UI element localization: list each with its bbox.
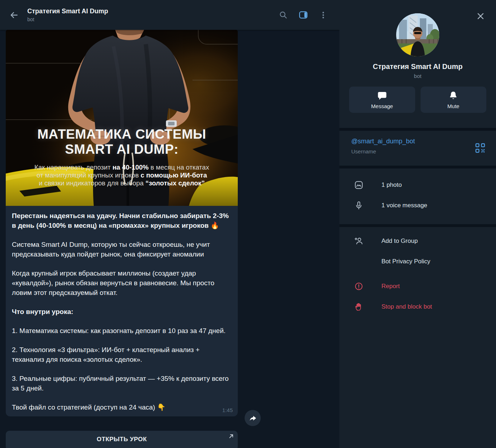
bell-icon [448, 91, 458, 101]
qr-code-button[interactable] [474, 142, 486, 154]
message-paragraph: Когда крупный игрок вбрасывает миллионы … [12, 268, 232, 297]
action-row-label: Stop and block bot [381, 303, 432, 310]
action-row-label: Bot Privacy Policy [381, 258, 430, 265]
forward-arrow-icon [249, 414, 257, 422]
promo-title: МАТЕМАТИКА СИСТЕМЫ SMART AI DUMP: [6, 127, 238, 157]
arrow-up-right-icon [228, 433, 234, 439]
message-paragraph: 2. Технология «3 фильтра»: ИИ-бот + клас… [12, 345, 232, 364]
promo-subtitle: Как наращивать депозит на 40-100% в меся… [6, 163, 238, 187]
telegram-app: МАТЕМАТИКА СИСТЕМЫ SMART AI DUMP: Как на… [0, 0, 496, 448]
back-button[interactable] [6, 8, 22, 23]
mute-button-label: Mute [448, 103, 459, 109]
action-row-label: Report [381, 283, 400, 290]
profile-quick-actions: Message Mute [349, 87, 486, 113]
open-lesson-button[interactable]: ОТКРЫТЬ УРОК [6, 431, 238, 448]
photo-icon [354, 180, 363, 190]
promo-title-line2: SMART AI DUMP: [6, 142, 238, 157]
profile-type: bot [339, 73, 496, 79]
menu-button[interactable] [316, 8, 331, 23]
chat-header: Стратегия Smart AI Dump bot [0, 0, 339, 30]
mute-button[interactable]: Mute [421, 87, 487, 113]
toggle-panel-button[interactable] [296, 8, 311, 23]
microphone-icon [354, 201, 363, 210]
message-photo[interactable]: МАТЕМАТИКА СИСТЕМЫ SMART AI DUMP: Как на… [6, 30, 238, 206]
action-row-label: Add to Group [381, 237, 418, 245]
message-paragraph: Твой файл со стратегией (доступ на 24 ча… [12, 402, 232, 412]
add-to-group-row[interactable]: Add to Group [339, 231, 496, 251]
chat-title: Стратегия Smart AI Dump [27, 8, 275, 15]
message-paragraph: Перестань надеяться на удачу. Начни стаб… [12, 211, 232, 230]
report-row[interactable]: Report [339, 276, 496, 296]
media-row-photos[interactable]: 1 photo [339, 175, 496, 195]
add-person-icon [354, 236, 363, 246]
shared-media-section: 1 photo 1 voice message [339, 168, 496, 224]
message-paragraph: Система Smart AI Dump, которую ты сейчас… [12, 240, 232, 259]
message-button[interactable]: Message [349, 87, 415, 113]
message-timestamp: 1:45 [222, 407, 233, 413]
message-bubble: Перестань надеяться на удачу. Начни стаб… [6, 206, 238, 416]
stop-and-block-row[interactable]: Stop and block bot [339, 296, 496, 317]
chat-area: МАТЕМАТИКА СИСТЕМЫ SMART AI DUMP: Как на… [0, 0, 339, 448]
no-icon-spacer [354, 257, 363, 266]
promo-title-line1: МАТЕМАТИКА СИСТЕМЫ [6, 127, 238, 142]
username-row[interactable]: @smart_ai_dump_bot Username [339, 131, 496, 166]
chat-subtitle: bot [27, 17, 275, 22]
profile-avatar[interactable] [396, 13, 439, 56]
close-panel-button[interactable] [474, 10, 487, 22]
promo-subtitle-line: и связки индикаторов для выбора “золотых… [6, 179, 238, 187]
report-exclamation-icon [354, 282, 363, 291]
message-paragraph: 3. Реальные цифры: публичный результат —… [12, 374, 232, 393]
profile-section: Стратегия Smart AI Dump bot Message Mute [339, 0, 496, 128]
open-lesson-label: ОТКРЫТЬ УРОК [97, 436, 147, 443]
media-row-voice[interactable]: 1 voice message [339, 195, 496, 216]
message-button-label: Message [371, 103, 393, 109]
profile-name: Стратегия Smart AI Dump [339, 63, 496, 71]
back-arrow-icon [9, 10, 19, 20]
kebab-menu-icon [319, 11, 328, 19]
share-button[interactable] [245, 410, 261, 426]
search-icon [279, 10, 288, 19]
promo-subtitle-line: Как наращивать депозит на 40-100% в меся… [6, 163, 238, 171]
close-icon [476, 11, 485, 21]
section-separator [339, 224, 496, 227]
media-row-label: 1 photo [381, 181, 402, 189]
profile-panel: Стратегия Smart AI Dump bot Message Mute [339, 0, 496, 448]
speech-bubble-icon [377, 91, 387, 101]
search-button[interactable] [275, 8, 291, 23]
promo-subtitle-line: от манипуляций крупных игроков с помощью… [6, 171, 238, 179]
qr-code-icon [474, 142, 486, 154]
split-panel-icon [298, 10, 308, 20]
stop-hand-icon [354, 302, 363, 311]
bot-privacy-policy-row[interactable]: Bot Privacy Policy [339, 251, 496, 272]
media-row-label: 1 voice message [381, 202, 427, 209]
message-paragraph: Что внутри урока: [12, 307, 232, 317]
bot-message: МАТЕМАТИКА СИСТЕМЫ SMART AI DUMP: Как на… [6, 30, 238, 416]
avatar-photo-illustration [396, 13, 439, 56]
chat-header-info[interactable]: Стратегия Smart AI Dump bot [27, 8, 275, 22]
section-separator [339, 128, 496, 131]
bot-actions-section: Add to Group Bot Privacy Policy Report S… [339, 227, 496, 448]
section-separator [339, 166, 496, 168]
message-paragraph: 1. Математика системы: как разогнать деп… [12, 326, 232, 336]
header-actions [275, 8, 331, 23]
